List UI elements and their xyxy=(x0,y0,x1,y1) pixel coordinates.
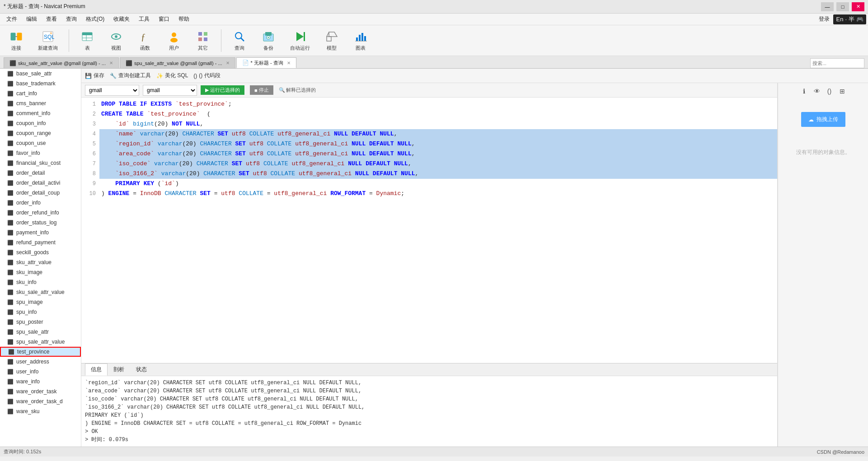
menu-format[interactable]: 格式(O) xyxy=(81,14,109,24)
line-content-6[interactable]: `area_code` varchar(20) CHARACTER SET ut… xyxy=(99,149,777,159)
sidebar-item-coupon_info[interactable]: ⬛coupon_info xyxy=(0,118,81,128)
sidebar-item-financial_sku_cost[interactable]: ⬛financial_sku_cost xyxy=(0,158,81,168)
beautify-icon: ✨ xyxy=(156,73,163,79)
sidebar-item-coupon_use[interactable]: ⬛coupon_use xyxy=(0,138,81,148)
code-view[interactable]: 1DROP TABLE IF EXISTS `test_province`;2C… xyxy=(81,98,777,363)
eye-icon[interactable]: 👁 xyxy=(812,87,821,96)
sidebar-item-order_detail[interactable]: ⬛order_detail xyxy=(0,168,81,178)
code-button[interactable]: () () 代码段 xyxy=(193,72,220,79)
bottom-tab-analyze[interactable]: 剖析 xyxy=(108,363,130,376)
sidebar-item-spu_poster[interactable]: ⬛spu_poster xyxy=(0,317,81,327)
paren-icon[interactable]: () xyxy=(825,87,834,96)
close-button[interactable]: ✕ xyxy=(852,2,864,11)
line-content-1[interactable]: DROP TABLE IF EXISTS `test_province`; xyxy=(99,99,777,109)
sidebar-label-spu_image: spu_image xyxy=(16,299,43,305)
line-content-3[interactable]: `id` bigint(20) NOT NULL, xyxy=(99,119,777,129)
menu-view[interactable]: 查看 xyxy=(42,14,61,24)
sidebar-item-seckill_goods[interactable]: ⬛seckill_goods xyxy=(0,247,81,257)
function-button[interactable]: ƒ 函数 xyxy=(132,28,158,54)
autorun-button[interactable]: 自动运行 xyxy=(285,28,315,54)
tab-search-input[interactable] xyxy=(810,58,864,68)
sidebar-item-ware_info[interactable]: ⬛ware_info xyxy=(0,377,81,386)
sidebar-item-payment_info[interactable]: ⬛payment_info xyxy=(0,228,81,237)
run-button[interactable]: ▶ 运行已选择的 xyxy=(201,85,244,95)
menu-favorites[interactable]: 收藏夹 xyxy=(109,14,134,24)
svg-point-13 xyxy=(172,33,176,37)
explain-button[interactable]: 🔍 解释已选择的 xyxy=(279,87,316,93)
tab-sku-sale-close[interactable]: ✕ xyxy=(109,61,113,65)
save-button[interactable]: 💾 保存 xyxy=(85,72,104,79)
sidebar-item-order_detail_coup[interactable]: ⬛order_detail_coup xyxy=(0,188,81,198)
sidebar-item-test_province[interactable]: ⬛test_province xyxy=(0,347,81,357)
minimize-button[interactable]: — xyxy=(821,2,834,11)
connect-button[interactable]: 连接 xyxy=(4,28,29,54)
db-select-2[interactable]: gmall xyxy=(143,85,197,96)
db-select-1[interactable]: gmall xyxy=(85,85,139,96)
tab-spu-sale[interactable]: ⬛ spu_sale_attr_value @gmall (gmall) - .… xyxy=(120,57,235,68)
sidebar-item-order_status_log[interactable]: ⬛order_status_log xyxy=(0,218,81,228)
menu-tools[interactable]: 工具 xyxy=(134,14,154,24)
user-button[interactable]: 用户 xyxy=(161,28,187,54)
sidebar-item-user_address[interactable]: ⬛user_address xyxy=(0,357,81,367)
line-content-8[interactable]: `iso_3166_2` varchar(20) CHARACTER SET u… xyxy=(99,169,777,179)
sidebar-item-order_refund_info[interactable]: ⬛order_refund_info xyxy=(0,208,81,218)
sidebar-item-spu_image[interactable]: ⬛spu_image xyxy=(0,297,81,307)
chart-button[interactable]: 图表 xyxy=(348,28,373,54)
line-content-5[interactable]: `region_id` varchar(20) CHARACTER SET ut… xyxy=(99,139,777,149)
sidebar-item-ware_order_task_d[interactable]: ⬛ware_order_task_d xyxy=(0,396,81,406)
sidebar-item-base_sale_attr[interactable]: ⬛base_sale_attr xyxy=(0,69,81,79)
other-button[interactable]: 其它 xyxy=(190,28,216,54)
backup-button[interactable]: 备份 xyxy=(256,28,281,54)
sidebar-item-cart_info[interactable]: ⬛cart_info xyxy=(0,88,81,98)
menu-file[interactable]: 文件 xyxy=(2,14,22,24)
sidebar-item-sku_image[interactable]: ⬛sku_image xyxy=(0,267,81,277)
sidebar-item-user_info[interactable]: ⬛user_info xyxy=(0,367,81,377)
sidebar-item-ware_sku[interactable]: ⬛ware_sku xyxy=(0,406,81,416)
new-query-button[interactable]: SQL+ 新建查询 xyxy=(33,28,63,54)
menu-help[interactable]: 帮助 xyxy=(174,14,194,24)
explain-icon: 🔍 xyxy=(279,87,285,93)
line-content-10[interactable]: ) ENGINE = InnoDB CHARACTER SET = utf8 C… xyxy=(99,189,777,199)
sidebar-item-ware_order_task[interactable]: ⬛ware_order_task xyxy=(0,386,81,396)
maximize-button[interactable]: □ xyxy=(836,2,849,11)
sidebar-item-spu_sale_attr[interactable]: ⬛spu_sale_attr xyxy=(0,327,81,337)
sidebar-item-sku_sale_attr_value[interactable]: ⬛sku_sale_attr_value xyxy=(0,287,81,297)
menu-window[interactable]: 窗口 xyxy=(154,14,174,24)
bottom-tab-info[interactable]: 信息 xyxy=(85,363,108,376)
sidebar-item-spu_sale_attr_value[interactable]: ⬛spu_sale_attr_value xyxy=(0,337,81,347)
sidebar-item-comment_info[interactable]: ⬛comment_info xyxy=(0,108,81,118)
sidebar-item-spu_info[interactable]: ⬛spu_info xyxy=(0,307,81,317)
svg-rect-22 xyxy=(265,32,272,36)
table-button[interactable]: 表 xyxy=(75,28,100,54)
sidebar-item-sku_attr_value[interactable]: ⬛sku_attr_value xyxy=(0,257,81,267)
upload-button[interactable]: ☁ 拖拽上传 xyxy=(801,112,845,127)
sidebar-item-order_info[interactable]: ⬛order_info xyxy=(0,198,81,208)
menu-query[interactable]: 查询 xyxy=(61,14,81,24)
sidebar-item-refund_payment[interactable]: ⬛refund_payment xyxy=(0,237,81,247)
sidebar-item-coupon_range[interactable]: ⬛coupon_range xyxy=(0,128,81,138)
sidebar-item-base_trademark[interactable]: ⬛base_trademark xyxy=(0,79,81,88)
login-label[interactable]: 登录 xyxy=(819,15,830,23)
beautify-button[interactable]: ✨ 美化 SQL xyxy=(156,72,188,79)
tab-untitled-close[interactable]: ✕ xyxy=(287,61,291,65)
info-icon[interactable]: ℹ xyxy=(800,87,809,96)
line-content-9[interactable]: PRIMARY KEY (`id`) xyxy=(99,179,777,189)
tab-spu-sale-close[interactable]: ✕ xyxy=(226,61,230,65)
line-content-4[interactable]: `name` varchar(20) CHARACTER SET utf8 CO… xyxy=(99,129,777,139)
sidebar-item-sku_info[interactable]: ⬛sku_info xyxy=(0,277,81,287)
menu-edit[interactable]: 编辑 xyxy=(22,14,42,24)
line-content-7[interactable]: `iso_code` varchar(20) CHARACTER SET utf… xyxy=(99,159,777,169)
sidebar-item-favor_info[interactable]: ⬛favor_info xyxy=(0,148,81,158)
sidebar-item-cms_banner[interactable]: ⬛cms_banner xyxy=(0,98,81,108)
sidebar-item-order_detail_activi[interactable]: ⬛order_detail_activi xyxy=(0,178,81,188)
tab-untitled[interactable]: 📄 * 无标题 - 查询 ✕ xyxy=(236,57,296,68)
view-button[interactable]: 视图 xyxy=(103,28,129,54)
line-content-2[interactable]: CREATE TABLE `test_province` ( xyxy=(99,109,777,119)
tab-sku-sale[interactable]: ⬛ sku_sale_attr_value @gmall (gmall) - .… xyxy=(4,57,119,68)
bottom-tab-status[interactable]: 状态 xyxy=(130,363,153,376)
query-button[interactable]: 查询 xyxy=(227,28,252,54)
grid-icon[interactable]: ⊞ xyxy=(838,87,847,96)
model-button[interactable]: 模型 xyxy=(319,28,344,54)
query-build-button[interactable]: 🔧 查询创建工具 xyxy=(110,72,151,79)
stop-button[interactable]: ■ 停止 xyxy=(250,85,273,95)
